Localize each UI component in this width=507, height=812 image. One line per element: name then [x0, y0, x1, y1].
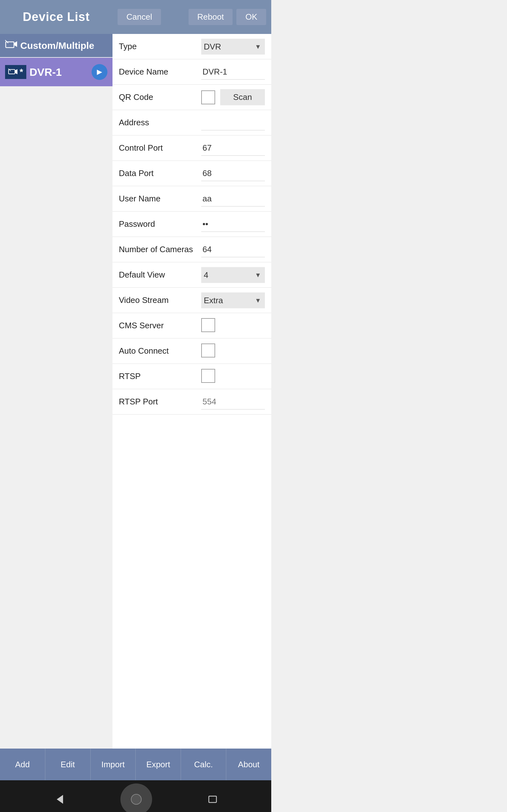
dvr-icon: [8, 68, 18, 75]
main-layout: Custom/Multiple * DVR-1 ► Type: [0, 34, 271, 749]
rtsp-control: [201, 369, 265, 384]
svg-rect-3: [9, 69, 15, 74]
password-input[interactable]: [201, 217, 265, 232]
video-stream-row: Video Stream Main Extra: [112, 288, 271, 313]
left-panel: Custom/Multiple * DVR-1 ►: [0, 34, 112, 749]
device-name-input[interactable]: [201, 64, 265, 80]
header-actions: Cancel Reboot OK: [112, 9, 271, 25]
rtsp-port-label: RTSP Port: [119, 397, 201, 407]
device-item-arrow[interactable]: ►: [92, 64, 107, 80]
edit-button[interactable]: Edit: [45, 749, 91, 780]
user-name-row: User Name: [112, 186, 271, 212]
qr-code-control: Scan: [201, 89, 265, 105]
rtsp-checkbox[interactable]: [201, 369, 215, 383]
auto-connect-label: Auto Connect: [119, 346, 201, 356]
app-header: Device List Cancel Reboot OK: [0, 0, 271, 34]
data-port-control: [201, 166, 265, 181]
auto-connect-control: [201, 344, 265, 359]
device-name-control: [201, 64, 265, 80]
qr-row: Scan: [201, 89, 265, 105]
add-button[interactable]: Add: [0, 749, 45, 780]
user-name-control: [201, 191, 265, 206]
user-name-input[interactable]: [201, 191, 265, 206]
video-stream-select[interactable]: Main Extra: [201, 293, 265, 308]
num-cameras-row: Number of Cameras: [112, 237, 271, 262]
about-button[interactable]: About: [226, 749, 271, 780]
page-title: Device List: [23, 10, 90, 24]
default-view-label: Default View: [119, 270, 201, 280]
qr-code-label: QR Code: [119, 92, 201, 102]
control-port-row: Control Port: [112, 136, 271, 161]
cms-server-control: [201, 318, 265, 334]
num-cameras-control: [201, 242, 265, 257]
type-row: Type DVR NVR IP Camera: [112, 34, 271, 59]
device-item-star: *: [20, 67, 23, 77]
ok-button[interactable]: OK: [236, 9, 266, 25]
bottom-toolbar: Add Edit Import Export Calc. About: [0, 749, 271, 780]
device-group-label: Custom/Multiple: [20, 40, 94, 51]
calc-button[interactable]: Calc.: [181, 749, 226, 780]
recents-button[interactable]: [207, 794, 218, 805]
device-item-label: DVR-1: [30, 66, 92, 78]
qr-code-row: QR Code Scan: [112, 85, 271, 110]
type-select-wrapper: DVR NVR IP Camera: [201, 39, 265, 55]
cms-server-label: CMS Server: [119, 321, 201, 331]
svg-rect-8: [209, 796, 216, 803]
control-port-input[interactable]: [201, 141, 265, 156]
default-view-select[interactable]: 1 4 9 16: [201, 267, 265, 283]
num-cameras-input[interactable]: [201, 242, 265, 257]
scan-button[interactable]: Scan: [220, 89, 265, 105]
device-name-row: Device Name: [112, 59, 271, 85]
svg-marker-1: [14, 41, 17, 47]
device-form: Type DVR NVR IP Camera Device Name QR Co…: [112, 34, 271, 749]
device-name-label: Device Name: [119, 67, 201, 77]
password-control: [201, 217, 265, 232]
password-label: Password: [119, 219, 201, 229]
video-stream-select-wrapper: Main Extra: [201, 293, 265, 308]
default-view-row: Default View 1 4 9 16: [112, 262, 271, 288]
num-cameras-label: Number of Cameras: [119, 245, 201, 254]
address-control: [201, 115, 265, 131]
rtsp-port-row: RTSP Port: [112, 389, 271, 415]
auto-connect-checkbox[interactable]: [201, 344, 215, 357]
control-port-label: Control Port: [119, 143, 201, 153]
password-row: Password: [112, 212, 271, 237]
data-port-label: Data Port: [119, 168, 201, 178]
reboot-button[interactable]: Reboot: [188, 9, 233, 25]
type-label: Type: [119, 42, 201, 51]
device-group[interactable]: Custom/Multiple: [0, 34, 112, 57]
user-name-label: User Name: [119, 194, 201, 204]
rtsp-row: RTSP: [112, 364, 271, 389]
cancel-button[interactable]: Cancel: [118, 9, 161, 25]
qr-checkbox[interactable]: [201, 90, 215, 104]
header-left: Device List: [0, 10, 112, 24]
type-control: DVR NVR IP Camera: [201, 39, 265, 55]
address-label: Address: [119, 118, 201, 128]
default-view-select-wrapper: 1 4 9 16: [201, 267, 265, 283]
control-port-control: [201, 141, 265, 156]
svg-marker-6: [57, 795, 63, 804]
svg-marker-4: [15, 69, 17, 74]
back-button[interactable]: [53, 793, 66, 806]
auto-connect-row: Auto Connect: [112, 339, 271, 364]
svg-rect-0: [6, 42, 14, 48]
rtsp-port-input[interactable]: [201, 394, 265, 409]
cms-server-row: CMS Server: [112, 313, 271, 339]
cms-server-checkbox[interactable]: [201, 318, 215, 332]
device-item[interactable]: * DVR-1 ►: [0, 58, 112, 86]
video-stream-label: Video Stream: [119, 295, 201, 305]
address-input[interactable]: [201, 115, 265, 131]
camera-group-icon: [5, 40, 17, 51]
address-row: Address: [112, 110, 271, 136]
rtsp-port-control: [201, 394, 265, 409]
nav-bar: [0, 780, 271, 812]
export-button[interactable]: Export: [135, 749, 181, 780]
import-button[interactable]: Import: [91, 749, 136, 780]
data-port-row: Data Port: [112, 161, 271, 186]
svg-point-7: [131, 794, 141, 804]
default-view-control: 1 4 9 16: [201, 267, 265, 283]
type-select[interactable]: DVR NVR IP Camera: [201, 39, 265, 55]
home-button[interactable]: [120, 783, 152, 812]
data-port-input[interactable]: [201, 166, 265, 181]
rtsp-label: RTSP: [119, 371, 201, 381]
